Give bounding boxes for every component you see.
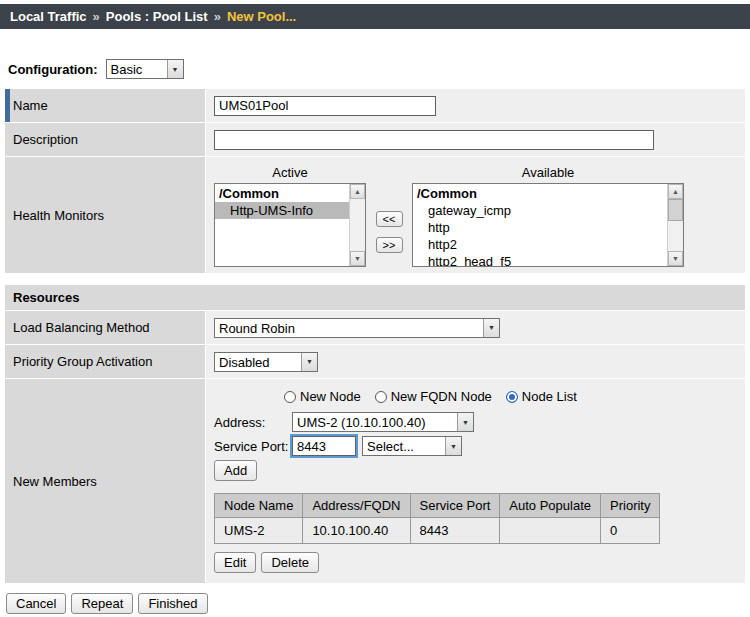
cell-service-port: 8443 — [410, 518, 500, 544]
active-group-label: /Common — [215, 185, 349, 202]
load-balancing-row: Load Balancing Method Round Robin ▼ — [5, 311, 745, 344]
health-monitors-label: Health Monitors — [5, 157, 205, 273]
add-button[interactable]: Add — [214, 460, 257, 481]
description-row: Description — [5, 123, 745, 156]
chevron-down-icon: ▼ — [301, 353, 317, 371]
scroll-up-icon[interactable]: ▲ — [350, 184, 365, 199]
available-list-scrollbar[interactable]: ▲ ▼ — [667, 184, 683, 266]
new-members-label: New Members — [5, 379, 205, 583]
breadcrumb-pool-list[interactable]: Pools : Pool List — [106, 9, 208, 24]
col-node-name: Node Name — [215, 494, 303, 518]
delete-button[interactable]: Delete — [261, 552, 319, 573]
table-row[interactable]: UMS-2 10.10.100.40 8443 0 — [215, 518, 660, 544]
name-input[interactable] — [214, 96, 436, 116]
active-monitor-item[interactable]: Http-UMS-Info — [215, 202, 349, 219]
active-column-header: Active — [214, 165, 366, 183]
move-to-available-button[interactable]: >> — [376, 237, 403, 253]
col-address-fqdn: Address/FQDN — [303, 494, 410, 518]
resources-form: Load Balancing Method Round Robin ▼ Prio… — [5, 311, 745, 583]
service-port-field-row: Service Port: Select... ▼ — [214, 436, 737, 456]
configuration-row: Configuration: Basic ▼ — [8, 59, 750, 79]
col-service-port: Service Port — [410, 494, 500, 518]
active-list-scrollbar[interactable]: ▲ ▼ — [349, 184, 365, 266]
cell-auto-populate — [500, 518, 601, 544]
available-monitor-item[interactable]: http — [413, 219, 667, 236]
description-label: Description — [5, 123, 205, 156]
active-monitors-listbox[interactable]: /Common Http-UMS-Info ▲ ▼ — [214, 183, 366, 267]
finished-button[interactable]: Finished — [138, 593, 207, 614]
available-monitor-item[interactable]: gateway_icmp — [413, 202, 667, 219]
cancel-button[interactable]: Cancel — [6, 593, 66, 614]
description-input[interactable] — [214, 130, 654, 150]
radio-new-fqdn-node[interactable]: New FQDN Node — [375, 389, 492, 404]
configuration-label: Configuration: — [8, 62, 98, 77]
breadcrumb-separator: » — [214, 9, 221, 24]
radio-on-icon — [506, 391, 518, 403]
new-members-row: New Members New Node New FQDN Node Node … — [5, 379, 745, 583]
service-port-input[interactable] — [292, 436, 356, 456]
available-column-header: Available — [412, 165, 684, 183]
col-auto-populate: Auto Populate — [500, 494, 601, 518]
scroll-down-icon[interactable]: ▼ — [668, 251, 683, 266]
available-monitor-item[interactable]: http2 — [413, 236, 667, 253]
repeat-button[interactable]: Repeat — [71, 593, 133, 614]
chevron-down-icon: ▼ — [445, 437, 461, 455]
address-field-row: Address: UMS-2 (10.10.100.40) ▼ — [214, 412, 737, 432]
address-select[interactable]: UMS-2 (10.10.100.40) ▼ — [292, 412, 474, 432]
chevron-down-icon: ▼ — [457, 413, 473, 431]
service-port-select[interactable]: Select... ▼ — [362, 436, 462, 456]
cell-node-name: UMS-2 — [215, 518, 303, 544]
breadcrumb: Local Traffic » Pools : Pool List » New … — [0, 4, 750, 29]
priority-group-row: Priority Group Activation Disabled ▼ — [5, 345, 745, 378]
load-balancing-label: Load Balancing Method — [5, 311, 205, 344]
members-table-header-row: Node Name Address/FQDN Service Port Auto… — [215, 494, 660, 518]
name-label: Name — [5, 89, 205, 122]
scroll-up-icon[interactable]: ▲ — [668, 184, 683, 199]
configuration-select[interactable]: Basic ▼ — [106, 59, 184, 79]
footer-actions: Cancel Repeat Finished — [6, 593, 750, 614]
col-priority: Priority — [601, 494, 660, 518]
cell-address-fqdn: 10.10.100.40 — [303, 518, 410, 544]
edit-button[interactable]: Edit — [214, 552, 256, 573]
available-monitors-listbox[interactable]: /Common gateway_icmp http http2 http2_he… — [412, 183, 684, 267]
pool-form: Name Description Health Monitors Active … — [5, 89, 745, 273]
priority-group-select[interactable]: Disabled ▼ — [214, 352, 318, 372]
move-to-active-button[interactable]: << — [376, 211, 403, 227]
members-table: Node Name Address/FQDN Service Port Auto… — [214, 493, 660, 544]
chevron-down-icon: ▼ — [483, 319, 499, 337]
resources-section-title: Resources — [5, 285, 745, 310]
scroll-down-icon[interactable]: ▼ — [350, 251, 365, 266]
priority-group-label: Priority Group Activation — [5, 345, 205, 378]
radio-off-icon — [375, 391, 387, 403]
health-monitors-row: Health Monitors Active Available /Common… — [5, 157, 745, 273]
breadcrumb-new-pool: New Pool... — [227, 9, 296, 24]
load-balancing-select[interactable]: Round Robin ▼ — [214, 318, 500, 338]
available-group-label: /Common — [413, 185, 667, 202]
address-label: Address: — [214, 415, 292, 430]
cell-priority: 0 — [601, 518, 660, 544]
breadcrumb-local-traffic[interactable]: Local Traffic — [10, 9, 87, 24]
name-row: Name — [5, 89, 745, 122]
scrollbar-thumb[interactable] — [668, 199, 683, 221]
chevron-down-icon: ▼ — [167, 60, 183, 78]
radio-new-node[interactable]: New Node — [284, 389, 361, 404]
radio-off-icon — [284, 391, 296, 403]
available-monitor-item[interactable]: http2_head_f5 — [413, 253, 667, 266]
service-port-label: Service Port: — [214, 439, 292, 454]
radio-node-list[interactable]: Node List — [506, 389, 577, 404]
member-type-radio-group: New Node New FQDN Node Node List — [284, 389, 737, 404]
breadcrumb-separator: » — [93, 9, 100, 24]
